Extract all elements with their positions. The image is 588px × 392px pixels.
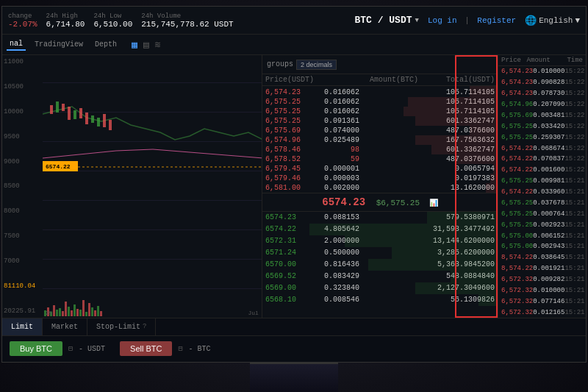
trade-time: 15:21:59 — [564, 188, 587, 196]
stop-limit-label: Stop-Limit — [96, 323, 140, 331]
market-tab[interactable]: Market — [43, 318, 87, 335]
sell-currency: - BTC — [189, 345, 211, 353]
ask-row[interactable]: 6,575.250.016062105.7114105 — [262, 97, 498, 107]
trade-amount: 0.038645 — [533, 254, 564, 261]
register-link[interactable]: Register — [477, 16, 516, 25]
bid-row[interactable]: 6569.520.083429548.0884840 — [262, 271, 498, 282]
trade-row: 8,574.220.00192115:21:59 — [498, 263, 586, 274]
svg-rect-2 — [62, 104, 65, 111]
bid-row[interactable]: 6568.100.00854656.1309826 — [262, 294, 498, 306]
bid-row[interactable]: 6574.224.80564231,593.3477492 — [262, 224, 498, 235]
trade-row: 6,575.250.00076415:21:59 — [498, 208, 586, 219]
svg-rect-7 — [91, 115, 94, 123]
login-link[interactable]: Log in — [428, 16, 457, 25]
sell-button[interactable]: Sell BTC — [120, 341, 172, 356]
trade-price: 6,575.00 — [501, 232, 533, 240]
trade-history: Price Amount Time 6,574.230.01000015:22:… — [498, 55, 586, 318]
ask-row[interactable]: 6,574.230.0913611,901.0018223 — [262, 86, 498, 88]
pair-label: BTC / USDT — [355, 15, 412, 26]
monitor-stand — [250, 363, 338, 392]
trade-price: 6,574.23 — [501, 68, 533, 75]
pair-dropdown-arrow[interactable]: ▼ — [415, 17, 419, 24]
trade-row: 6,574.960.20709015:22:02 — [498, 99, 586, 110]
trade-amount: 0.001600 — [533, 166, 564, 174]
bid-row[interactable]: 6570.000.8164365,363.9845200 — [262, 259, 498, 271]
trade-price: 6,575.25 — [501, 177, 533, 185]
stop-limit-tab[interactable]: Stop-Limit ? — [87, 318, 156, 335]
sell-currency-icon: ⊟ — [178, 344, 182, 353]
volume-value: 215,745,778.62 USDT — [141, 20, 233, 29]
trade-price: 6,574.22 — [501, 188, 533, 196]
trade-row: 8,574.220.03864515:21:59 — [498, 252, 586, 263]
main-content: 11000 10500 10000 9500 9000 8500 8000 75… — [2, 55, 586, 318]
ob-current-price: 6574.23 — [322, 196, 365, 208]
trade-amount: 0.006152 — [533, 232, 564, 240]
help-icon: ? — [143, 323, 146, 330]
trade-amount: 0.010000 — [533, 287, 564, 294]
subnav-chart[interactable]: nal — [7, 38, 26, 51]
y-label-10: 20225.91 — [4, 307, 41, 315]
trade-time: 15:21:59 — [564, 210, 587, 218]
header-bar: change -2.07% 24h High 6,714.80 24h Low … — [2, 7, 586, 35]
ask-row[interactable]: 6,579.450.0000010.0065794 — [262, 164, 498, 174]
subnav-tradingview[interactable]: TradingView — [32, 39, 86, 50]
y-label-9: 81110.04 — [4, 282, 41, 290]
globe-icon: 🌐 — [525, 15, 537, 26]
trade-amount: 0.009981 — [533, 177, 564, 185]
trade-row: 6,574.230.07873015:22:02 — [498, 88, 586, 99]
ask-row[interactable]: 6,575.250.016062105.7114105 — [262, 107, 498, 116]
trade-time: 15:21:59 — [564, 199, 587, 207]
trade-amount: 0.010000 — [533, 68, 564, 75]
ask-row[interactable]: 6,579.460.0000030.0197383 — [262, 174, 498, 183]
trade-price: 6,574.22 — [501, 145, 533, 152]
ask-row[interactable]: 6,575.250.091361601.3362747 — [262, 116, 498, 126]
y-label-8: 7000 — [4, 257, 41, 265]
chart-type-icon-3[interactable]: ≋ — [155, 39, 161, 51]
bid-row[interactable]: 6571.240.5000003,285.6200000 — [262, 247, 498, 259]
buy-section: Buy BTC ⊟ - USDT — [10, 341, 105, 356]
trade-price: 8,574.22 — [501, 265, 533, 272]
trade-amount: 0.070837 — [533, 155, 564, 163]
buy-currency: - USDT — [79, 345, 105, 353]
trade-price: 6,575.69 — [501, 112, 533, 119]
volume-label: 24h Volume — [141, 13, 233, 20]
language-selector[interactable]: 🌐 English ▼ — [525, 15, 580, 26]
trade-amount: 0.037678 — [533, 199, 564, 207]
trade-time: 15:22:02 — [564, 112, 587, 119]
trade-row: 6,575.250.03342015:22:01 — [498, 121, 586, 132]
trade-price: 6,574.96 — [501, 101, 533, 108]
ask-row[interactable]: 6,581.000.00200013.1620000 — [262, 183, 498, 193]
trade-row: 6,575.250.03767815:21:59 — [498, 198, 586, 209]
total-col-header: Total(USDT) — [418, 76, 495, 84]
bid-row[interactable]: 6569.000.3238402,127.3049600 — [262, 282, 498, 294]
ask-row[interactable]: 6,578.4698601.3362747 — [262, 145, 498, 154]
bids-list: 6574.230.088153579.5380971 6574.224.8056… — [262, 212, 498, 318]
bid-row[interactable]: 6572.312.00000013,144.6200000 — [262, 235, 498, 247]
decimals-button[interactable]: 2 decimals — [296, 60, 337, 70]
svg-rect-9 — [103, 114, 106, 127]
ob-ref-price: $6,575.25 — [376, 199, 420, 207]
ask-row[interactable]: 6,578.5259487.0376600 — [262, 154, 498, 164]
trade-amount: 0.002923 — [533, 221, 564, 229]
subnav-depth[interactable]: Depth — [92, 39, 120, 50]
y-label-5: 8500 — [4, 182, 41, 190]
trade-amount: 0.068674 — [533, 145, 564, 152]
trade-price: 6,575.25 — [501, 221, 533, 229]
trade-price: 8,574.22 — [501, 254, 533, 261]
trade-amount: 0.033420 — [533, 123, 564, 130]
chart-type-icon-2[interactable]: ▤ — [143, 39, 149, 51]
limit-tab[interactable]: Limit — [2, 318, 43, 335]
chart-area: 11000 10500 10000 9500 9000 8500 8000 75… — [2, 55, 262, 318]
trade-price: 6,575.00 — [501, 243, 533, 250]
chart-type-icon-1[interactable]: ▦ — [132, 39, 137, 51]
ask-row[interactable]: 6,574.230.016062105.7114105 — [262, 88, 498, 97]
buy-button[interactable]: Buy BTC — [10, 341, 62, 356]
trade-price: 6,572.32 — [501, 298, 533, 305]
trade-amount: 0.000764 — [533, 210, 564, 218]
x-label-25: 25 — [46, 310, 53, 316]
auth-links: Log in | Register — [428, 16, 516, 25]
ask-row[interactable]: 6,574.960.025489167.7563632 — [262, 135, 498, 145]
ask-row[interactable]: 6,575.690.074000487.0376600 — [262, 126, 498, 135]
trading-pair[interactable]: BTC / USDT ▼ — [355, 15, 419, 26]
bid-row[interactable]: 6574.230.088153579.5380971 — [262, 212, 498, 224]
